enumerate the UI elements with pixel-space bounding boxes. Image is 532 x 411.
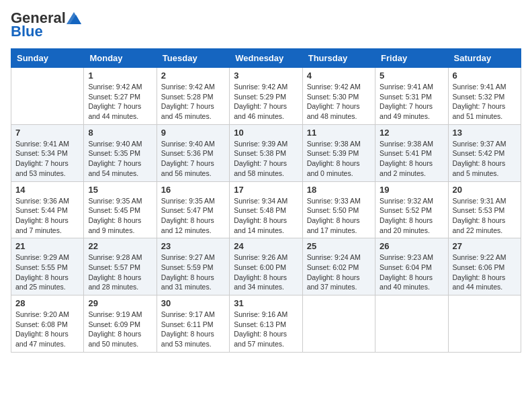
calendar-cell (302, 295, 375, 353)
day-number: 12 (380, 128, 443, 138)
calendar-cell: 8Sunrise: 9:40 AMSunset: 5:35 PMDaylight… (84, 124, 157, 181)
calendar-cell: 30Sunrise: 9:17 AMSunset: 6:11 PMDayligh… (157, 295, 229, 353)
day-number: 29 (88, 298, 152, 308)
day-number: 30 (161, 298, 225, 308)
calendar-cell: 19Sunrise: 9:32 AMSunset: 5:52 PMDayligh… (375, 181, 448, 238)
logo-blue: Blue (11, 23, 43, 40)
calendar-cell: 23Sunrise: 9:27 AMSunset: 5:59 PMDayligh… (157, 238, 229, 295)
logo: General Blue (11, 11, 82, 40)
day-number: 4 (307, 71, 371, 81)
day-number: 17 (234, 185, 298, 195)
day-number: 31 (234, 298, 298, 308)
day-info: Sunrise: 9:32 AMSunset: 5:52 PMDaylight:… (380, 196, 443, 236)
day-info: Sunrise: 9:34 AMSunset: 5:48 PMDaylight:… (234, 196, 298, 236)
calendar-cell: 25Sunrise: 9:24 AMSunset: 6:02 PMDayligh… (302, 238, 375, 295)
day-info: Sunrise: 9:28 AMSunset: 5:57 PMDaylight:… (88, 253, 152, 292)
calendar-cell: 20Sunrise: 9:31 AMSunset: 5:53 PMDayligh… (448, 181, 521, 238)
calendar-cell: 5Sunrise: 9:41 AMSunset: 5:31 PMDaylight… (375, 68, 448, 125)
day-number: 23 (161, 241, 225, 251)
day-info: Sunrise: 9:41 AMSunset: 5:32 PMDaylight:… (453, 82, 517, 122)
calendar-cell: 3Sunrise: 9:42 AMSunset: 5:29 PMDaylight… (230, 68, 302, 125)
calendar-cell: 22Sunrise: 9:28 AMSunset: 5:57 PMDayligh… (84, 238, 157, 295)
day-info: Sunrise: 9:38 AMSunset: 5:39 PMDaylight:… (307, 139, 371, 179)
day-number: 2 (161, 71, 225, 81)
calendar-cell: 13Sunrise: 9:37 AMSunset: 5:42 PMDayligh… (448, 124, 521, 181)
day-info: Sunrise: 9:35 AMSunset: 5:45 PMDaylight:… (88, 196, 152, 236)
day-info: Sunrise: 9:42 AMSunset: 5:28 PMDaylight:… (161, 82, 225, 122)
calendar-cell: 18Sunrise: 9:33 AMSunset: 5:50 PMDayligh… (302, 181, 375, 238)
day-number: 22 (88, 241, 152, 251)
calendar-cell: 28Sunrise: 9:20 AMSunset: 6:08 PMDayligh… (11, 295, 84, 353)
calendar-cell: 27Sunrise: 9:22 AMSunset: 6:06 PMDayligh… (448, 238, 521, 295)
calendar-cell: 10Sunrise: 9:39 AMSunset: 5:38 PMDayligh… (230, 124, 302, 181)
day-number: 20 (453, 185, 517, 195)
day-number: 9 (161, 128, 225, 138)
day-info: Sunrise: 9:42 AMSunset: 5:29 PMDaylight:… (234, 82, 298, 122)
calendar-cell: 26Sunrise: 9:23 AMSunset: 6:04 PMDayligh… (375, 238, 448, 295)
calendar-cell: 15Sunrise: 9:35 AMSunset: 5:45 PMDayligh… (84, 181, 157, 238)
calendar-cell: 12Sunrise: 9:38 AMSunset: 5:41 PMDayligh… (375, 124, 448, 181)
day-info: Sunrise: 9:42 AMSunset: 5:27 PMDaylight:… (88, 82, 152, 122)
day-info: Sunrise: 9:24 AMSunset: 6:02 PMDaylight:… (307, 253, 371, 292)
calendar-header-row: SundayMondayTuesdayWednesdayThursdayFrid… (11, 49, 521, 68)
weekday-header: Sunday (11, 49, 84, 68)
calendar-cell (11, 68, 84, 125)
day-number: 21 (15, 241, 79, 251)
weekday-header: Wednesday (230, 49, 302, 68)
day-info: Sunrise: 9:37 AMSunset: 5:42 PMDaylight:… (453, 139, 517, 179)
day-info: Sunrise: 9:22 AMSunset: 6:06 PMDaylight:… (453, 253, 517, 292)
day-info: Sunrise: 9:33 AMSunset: 5:50 PMDaylight:… (307, 196, 371, 236)
day-number: 24 (234, 241, 298, 251)
day-number: 14 (15, 185, 79, 195)
day-number: 19 (380, 185, 443, 195)
day-number: 15 (88, 185, 152, 195)
day-number: 6 (453, 71, 517, 81)
calendar-week-row: 14Sunrise: 9:36 AMSunset: 5:44 PMDayligh… (11, 181, 521, 238)
day-number: 16 (161, 185, 225, 195)
day-info: Sunrise: 9:42 AMSunset: 5:30 PMDaylight:… (307, 82, 371, 122)
day-number: 25 (307, 241, 371, 251)
day-info: Sunrise: 9:17 AMSunset: 6:11 PMDaylight:… (161, 310, 225, 349)
calendar-cell: 7Sunrise: 9:41 AMSunset: 5:34 PMDaylight… (11, 124, 84, 181)
day-number: 1 (88, 71, 152, 81)
calendar-cell: 31Sunrise: 9:16 AMSunset: 6:13 PMDayligh… (230, 295, 302, 353)
calendar-table: SundayMondayTuesdayWednesdayThursdayFrid… (11, 48, 521, 353)
day-info: Sunrise: 9:31 AMSunset: 5:53 PMDaylight:… (453, 196, 517, 236)
day-number: 10 (234, 128, 298, 138)
day-info: Sunrise: 9:38 AMSunset: 5:41 PMDaylight:… (380, 139, 443, 179)
day-info: Sunrise: 9:19 AMSunset: 6:09 PMDaylight:… (88, 310, 152, 349)
calendar-cell (375, 295, 448, 353)
weekday-header: Monday (84, 49, 157, 68)
day-info: Sunrise: 9:16 AMSunset: 6:13 PMDaylight:… (234, 310, 298, 349)
page-header: General Blue (11, 11, 521, 40)
day-number: 26 (380, 241, 443, 251)
day-info: Sunrise: 9:39 AMSunset: 5:38 PMDaylight:… (234, 139, 298, 179)
calendar-cell: 6Sunrise: 9:41 AMSunset: 5:32 PMDaylight… (448, 68, 521, 125)
calendar-week-row: 7Sunrise: 9:41 AMSunset: 5:34 PMDaylight… (11, 124, 521, 181)
day-info: Sunrise: 9:35 AMSunset: 5:47 PMDaylight:… (161, 196, 225, 236)
calendar-cell: 24Sunrise: 9:26 AMSunset: 6:00 PMDayligh… (230, 238, 302, 295)
day-number: 28 (15, 298, 79, 308)
day-info: Sunrise: 9:41 AMSunset: 5:34 PMDaylight:… (15, 139, 79, 179)
day-info: Sunrise: 9:40 AMSunset: 5:35 PMDaylight:… (88, 139, 152, 179)
day-info: Sunrise: 9:20 AMSunset: 6:08 PMDaylight:… (15, 310, 79, 349)
day-number: 3 (234, 71, 298, 81)
day-info: Sunrise: 9:41 AMSunset: 5:31 PMDaylight:… (380, 82, 443, 122)
day-info: Sunrise: 9:23 AMSunset: 6:04 PMDaylight:… (380, 253, 443, 292)
calendar-cell: 1Sunrise: 9:42 AMSunset: 5:27 PMDaylight… (84, 68, 157, 125)
day-info: Sunrise: 9:36 AMSunset: 5:44 PMDaylight:… (15, 196, 79, 236)
day-number: 13 (453, 128, 517, 138)
calendar-cell: 9Sunrise: 9:40 AMSunset: 5:36 PMDaylight… (157, 124, 229, 181)
calendar-cell: 2Sunrise: 9:42 AMSunset: 5:28 PMDaylight… (157, 68, 229, 125)
calendar-week-row: 21Sunrise: 9:29 AMSunset: 5:55 PMDayligh… (11, 238, 521, 295)
day-info: Sunrise: 9:26 AMSunset: 6:00 PMDaylight:… (234, 253, 298, 292)
logo-icon (66, 12, 81, 24)
calendar-cell: 14Sunrise: 9:36 AMSunset: 5:44 PMDayligh… (11, 181, 84, 238)
day-number: 5 (380, 71, 443, 81)
calendar-cell (448, 295, 521, 353)
day-number: 7 (15, 128, 79, 138)
weekday-header: Friday (375, 49, 448, 68)
weekday-header: Tuesday (157, 49, 229, 68)
day-number: 18 (307, 185, 371, 195)
day-number: 11 (307, 128, 371, 138)
